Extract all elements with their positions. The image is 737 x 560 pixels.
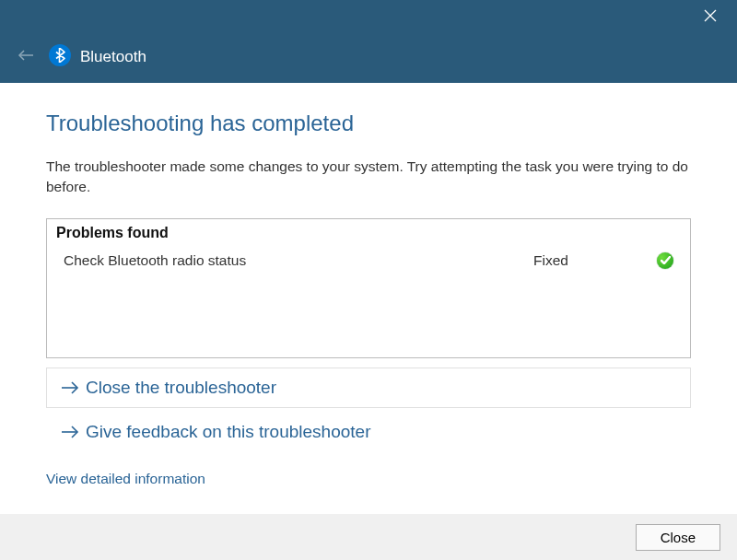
- window-title: Bluetooth: [80, 48, 146, 66]
- give-feedback-link[interactable]: Give feedback on this troubleshooter: [46, 412, 691, 452]
- content-area: Troubleshooting has completed The troubl…: [0, 83, 737, 487]
- problems-found-box: Problems found Check Bluetooth radio sta…: [46, 218, 691, 358]
- arrow-right-icon: [60, 423, 80, 441]
- action-label: Give feedback on this troubleshooter: [86, 422, 370, 442]
- back-button[interactable]: [17, 46, 35, 64]
- bluetooth-icon: [49, 44, 71, 66]
- titlebar: Bluetooth: [0, 0, 737, 83]
- window-close-button[interactable]: [702, 7, 719, 24]
- view-detailed-link[interactable]: View detailed information: [46, 471, 205, 487]
- close-button[interactable]: Close: [636, 524, 720, 551]
- problems-header: Problems found: [47, 219, 690, 247]
- close-troubleshooter-link[interactable]: Close the troubleshooter: [46, 368, 691, 408]
- problem-row: Check Bluetooth radio status Fixed: [47, 247, 690, 274]
- page-heading: Troubleshooting has completed: [46, 111, 691, 136]
- arrow-right-icon: [60, 379, 80, 397]
- problem-name: Check Bluetooth radio status: [64, 252, 533, 269]
- close-icon: [704, 9, 717, 22]
- page-description: The troubleshooter made some changes to …: [46, 157, 691, 198]
- problem-status: Fixed: [533, 252, 653, 269]
- check-icon: [657, 252, 673, 269]
- footer: Close: [0, 514, 737, 560]
- action-label: Close the troubleshooter: [86, 378, 276, 398]
- back-arrow-icon: [18, 49, 34, 62]
- problem-status-icon: [653, 252, 673, 269]
